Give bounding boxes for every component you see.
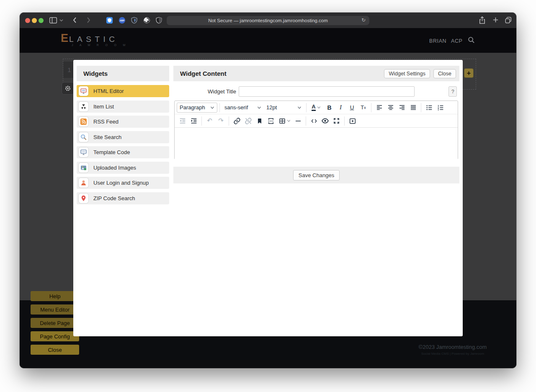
screenshot-stage: ABP Not Secure — jamroomtestingcom.jamro… (0, 0, 536, 392)
logo-subtitle: J A M R O O M (72, 44, 128, 46)
sidebar-item-label: ZIP Code Search (93, 195, 135, 201)
extension-abp-icon[interactable]: ABP (119, 17, 126, 24)
indent-icon[interactable] (188, 116, 199, 126)
remove-link-icon[interactable] (242, 116, 254, 126)
sidebar-item-label: HTML Editor (93, 88, 124, 94)
sidebar-item-site-search[interactable]: Site Search (77, 131, 169, 143)
add-widget-button[interactable]: + (464, 68, 474, 78)
sidebar-item-rss-feed[interactable]: RSS Feed (77, 116, 169, 128)
reload-icon[interactable]: ↻ (361, 16, 366, 25)
text-color-button[interactable]: A (309, 102, 324, 113)
address-bar-text: Not Secure — jamroomtestingcom.jamroomho… (208, 18, 328, 23)
abp-label: ABP (120, 19, 124, 22)
save-strip: Save Changes (173, 167, 459, 183)
share-icon[interactable] (479, 16, 486, 24)
sidebar-item-label: Item List (93, 103, 114, 110)
browser-window: ABP Not Secure — jamroomtestingcom.jamro… (20, 13, 516, 368)
extension-shield-blue-icon[interactable] (106, 17, 113, 24)
close-window-button[interactable] (25, 18, 30, 23)
anchor-bookmark-icon[interactable] (254, 116, 265, 126)
numbered-list-icon[interactable] (435, 102, 446, 113)
page-break-icon[interactable] (265, 116, 276, 126)
sidebar-item-label: Template Code (93, 149, 130, 155)
align-left-icon[interactable] (374, 102, 385, 113)
clear-formatting-button[interactable]: Tx (358, 102, 369, 113)
sidebar-item-html-editor[interactable]: HTML Editor (77, 85, 169, 97)
undo-icon[interactable]: ↶ (204, 116, 215, 126)
extension-privacy-shield-icon[interactable] (131, 17, 138, 24)
sidebar-item-label: Uploaded Images (93, 165, 136, 171)
horizontal-rule-icon[interactable] (292, 116, 304, 126)
bold-button[interactable]: B (324, 102, 335, 113)
gear-icon[interactable] (62, 82, 74, 95)
nav-acp-link[interactable]: ACP (451, 38, 463, 44)
italic-button[interactable]: I (335, 102, 346, 113)
rss-icon (79, 117, 88, 126)
editor-toolbar-row-1: Paragraph sans-serif 12pt A (175, 101, 458, 114)
widget-settings-button[interactable]: Widget Settings (384, 69, 430, 78)
sidebar-item-label: User Login and Signup (93, 180, 149, 186)
page-config-button[interactable]: Page Config (31, 331, 79, 341)
save-changes-button[interactable]: Save Changes (293, 170, 340, 181)
sidebar-toggle-icon[interactable] (49, 17, 57, 24)
help-question-button[interactable]: ? (448, 86, 457, 97)
map-pin-icon (79, 193, 88, 203)
site-logo[interactable]: E LASTIC J A M R O O M (61, 32, 128, 46)
back-button-icon[interactable] (72, 17, 78, 23)
sidebar-item-zip-code-search[interactable]: ZIP Code Search (77, 192, 169, 204)
close-page-button[interactable]: Close (31, 345, 79, 355)
widgets-panel-title: Widgets (83, 70, 108, 77)
zoom-window-button[interactable] (39, 18, 44, 23)
align-right-icon[interactable] (396, 102, 407, 113)
insert-media-icon[interactable] (347, 116, 358, 126)
modal-close-button[interactable]: Close (433, 69, 456, 78)
minimize-window-button[interactable] (32, 18, 37, 23)
sidebar-item-uploaded-images[interactable]: Uploaded Images (77, 162, 169, 174)
font-family-select[interactable]: sans-serif (222, 103, 264, 113)
table-icon[interactable] (276, 116, 292, 126)
cluster-icon (79, 102, 88, 111)
fullscreen-icon[interactable] (331, 116, 342, 126)
sidebar-item-item-list[interactable]: Item List (77, 101, 169, 113)
widget-title-input[interactable] (239, 86, 415, 97)
browser-titlebar: ABP Not Secure — jamroomtestingcom.jamro… (20, 13, 516, 28)
logo-lead-letter: E (61, 32, 68, 45)
underline-button[interactable]: U (346, 102, 358, 113)
align-center-icon[interactable] (385, 102, 396, 113)
widget-title-label: Widget Title (173, 88, 236, 95)
delete-page-button[interactable]: Delete Page (31, 318, 79, 328)
redo-icon[interactable]: ↷ (215, 116, 227, 126)
footer-tagline: Social Media CMS | Powered by Jamroom (405, 352, 501, 356)
widget-content-title: Widget Content (180, 70, 227, 77)
help-button[interactable]: Help (31, 291, 79, 301)
new-tab-icon[interactable] (492, 16, 499, 23)
address-bar[interactable]: Not Secure — jamroomtestingcom.jamroomho… (167, 16, 369, 25)
user-icon (79, 178, 88, 188)
sidebar-menu-chevron-icon[interactable] (59, 18, 63, 22)
preview-eye-icon[interactable] (320, 116, 331, 126)
sidebar-item-user-login[interactable]: User Login and Signup (77, 177, 169, 189)
forward-button-icon[interactable] (85, 17, 92, 23)
widget-modal: Widgets Widget Content Widget Settings C… (73, 60, 463, 336)
sidebar-item-template-code[interactable]: Template Code (77, 146, 169, 158)
outdent-icon[interactable] (177, 116, 188, 126)
sidebar-item-label: Site Search (93, 134, 121, 140)
extension-blocker-icon[interactable] (143, 17, 150, 24)
block-format-select[interactable]: Paragraph (177, 103, 217, 113)
magnifier-icon (79, 132, 88, 142)
extension-dark-shield-icon[interactable] (155, 17, 162, 24)
logo-wordmark: LASTIC (69, 35, 119, 44)
tab-overview-icon[interactable] (505, 16, 512, 24)
widgets-panel-header: Widgets (77, 66, 169, 81)
editor-content-area[interactable] (175, 128, 458, 160)
nav-user-link[interactable]: BRIAN (429, 38, 446, 44)
insert-link-icon[interactable] (231, 116, 242, 126)
font-size-select[interactable]: 12pt (264, 103, 304, 113)
source-code-icon[interactable] (308, 116, 320, 126)
monitor-icon (79, 147, 88, 157)
menu-editor-button[interactable]: Menu Editor (31, 304, 79, 315)
bullet-list-icon[interactable] (423, 102, 435, 113)
footer-copyright: ©2023 Jamroomtesting.com (405, 344, 501, 350)
align-justify-icon[interactable] (407, 102, 419, 113)
search-icon[interactable] (468, 36, 475, 44)
